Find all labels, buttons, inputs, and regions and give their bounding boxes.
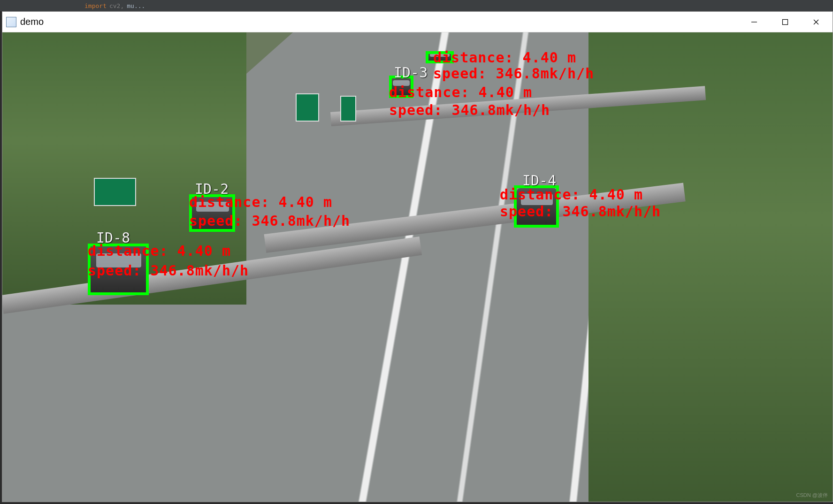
speed-label: speed: 346.8mk/h/h <box>500 203 661 220</box>
distance-label: distance: 4.40 m <box>389 84 532 100</box>
speed-label: speed: 346.8mk/h/h <box>189 213 350 229</box>
distance-label: distance: 4.40 m <box>433 49 576 66</box>
road-sign <box>340 96 356 122</box>
distance-label: distance: 4.40 m <box>500 186 643 203</box>
minimize-button[interactable] <box>741 14 768 31</box>
svg-rect-1 <box>783 19 788 24</box>
window-title: demo <box>20 16 44 27</box>
opencv-window: demo ID-8distance: 4.40 mspeed: 346.8mk/… <box>2 11 833 502</box>
detection-id-label: ID-3 <box>394 64 428 81</box>
ide-text: cv2, <box>109 2 124 9</box>
close-icon <box>813 19 819 25</box>
window-titlebar[interactable]: demo <box>2 12 833 32</box>
distance-label: distance: 4.40 m <box>88 243 231 259</box>
maximize-icon <box>782 19 788 25</box>
close-button[interactable] <box>802 14 830 31</box>
distance-label: distance: 4.40 m <box>189 194 332 210</box>
app-icon <box>6 17 16 27</box>
ide-keyword: import <box>84 2 107 9</box>
speed-label: speed: 346.8mk/h/h <box>389 102 550 118</box>
video-viewport: ID-8distance: 4.40 mspeed: 346.8mk/h/hID… <box>2 32 833 502</box>
speed-label: speed: 346.8mk/h/h <box>88 262 249 279</box>
titlebar-left: demo <box>6 16 44 27</box>
watermark: CSDN @波伴 <box>796 492 828 499</box>
maximize-button[interactable] <box>772 14 799 31</box>
window-controls <box>741 14 830 31</box>
minimize-icon <box>751 19 757 25</box>
ide-top-bar: import cv2, mu... <box>0 0 833 11</box>
ide-text-2: mu... <box>127 2 145 9</box>
speed-label: speed: 346.8mk/h/h <box>433 65 594 82</box>
road-sign <box>94 178 136 206</box>
road-sign <box>296 93 319 122</box>
